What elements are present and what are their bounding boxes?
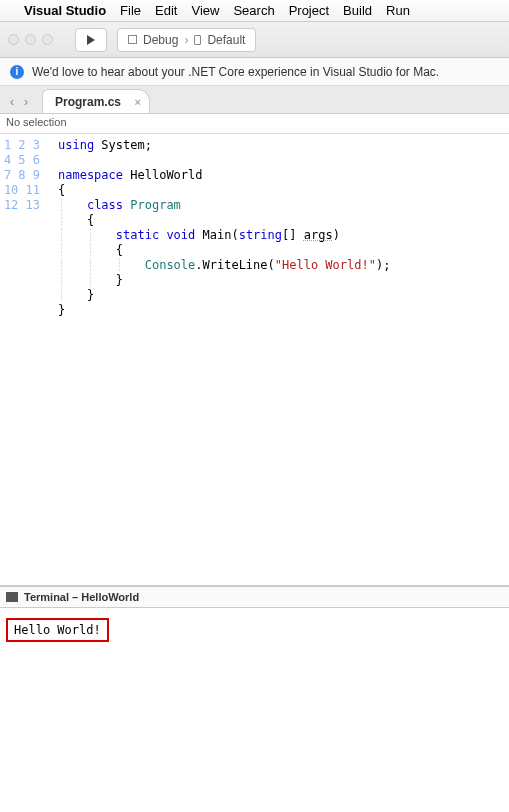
terminal-output-area[interactable]: Hello World! [0,608,509,652]
notification-text: We'd love to hear about your .NET Core e… [32,65,439,79]
menu-run[interactable]: Run [386,3,410,18]
menu-build[interactable]: Build [343,3,372,18]
menu-view[interactable]: View [191,3,219,18]
code-editor[interactable]: 1 2 3 4 5 6 7 8 9 10 11 12 13 using Syst… [0,134,509,586]
target-label: Default [207,33,245,47]
macos-menubar: Visual Studio File Edit View Search Proj… [0,0,509,22]
terminal-output-highlight: Hello World! [6,618,109,642]
line-number-gutter: 1 2 3 4 5 6 7 8 9 10 11 12 13 [0,134,50,585]
window-close-button[interactable] [8,34,19,45]
nav-back-button[interactable]: ‹ [10,95,14,109]
breadcrumb-bar[interactable]: No selection [0,114,509,134]
app-name[interactable]: Visual Studio [24,3,106,18]
run-configuration-selector[interactable]: Debug › Default [117,28,256,52]
tab-strip: ‹ › Program.cs × [0,86,509,114]
menu-project[interactable]: Project [289,3,329,18]
svg-marker-0 [87,35,95,45]
traffic-lights [8,34,53,45]
tab-close-button[interactable]: × [135,96,141,108]
terminal-icon [6,592,18,602]
nav-forward-button[interactable]: › [24,95,28,109]
tab-title: Program.cs [55,95,121,109]
terminal-title: Terminal – HelloWorld [24,591,139,603]
target-icon [194,35,201,45]
window-minimize-button[interactable] [25,34,36,45]
config-label: Debug [143,33,178,47]
tab-program-cs[interactable]: Program.cs × [42,89,150,113]
info-icon: i [10,65,24,79]
menu-edit[interactable]: Edit [155,3,177,18]
code-content[interactable]: using System; namespace HelloWorld { ┊ c… [50,134,509,585]
window-zoom-button[interactable] [42,34,53,45]
run-button[interactable] [75,28,107,52]
window-toolbar: Debug › Default [0,22,509,58]
notification-bar[interactable]: i We'd love to hear about your .NET Core… [0,58,509,86]
chevron-right-icon: › [184,33,188,47]
play-icon [86,35,96,45]
menu-search[interactable]: Search [233,3,274,18]
terminal-header[interactable]: Terminal – HelloWorld [0,586,509,608]
menu-file[interactable]: File [120,3,141,18]
config-icon [128,35,137,44]
